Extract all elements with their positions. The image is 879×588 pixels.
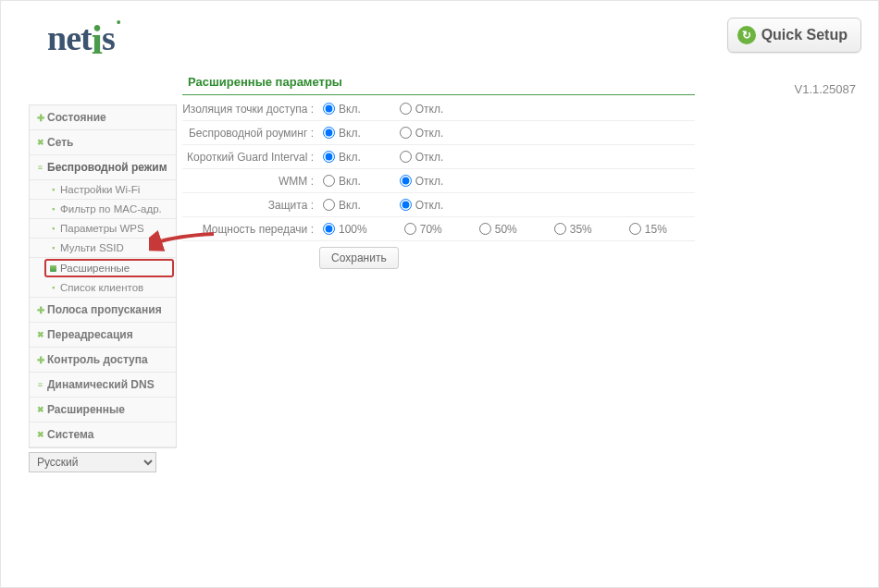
- wmm-on[interactable]: Вкл.: [323, 175, 361, 188]
- sdot-icon: ▪: [50, 187, 56, 193]
- ap-isolation-on[interactable]: Вкл.: [323, 103, 361, 116]
- sidebar-item-0[interactable]: ✚Состояние: [30, 105, 176, 130]
- sdot-icon: ▪: [50, 245, 56, 251]
- row-roaming: Беспроводной роуминг : Вкл. Откл.: [182, 121, 695, 145]
- tx-power-100[interactable]: 100%: [323, 223, 367, 236]
- label-short-gi: Короткий Guard Interval :: [182, 151, 319, 164]
- quick-setup-label: Quick Setup: [761, 27, 848, 43]
- tx-power-15[interactable]: 15%: [629, 223, 667, 236]
- row-wmm: WMM : Вкл. Откл.: [182, 169, 695, 193]
- protection-off[interactable]: Откл.: [400, 199, 444, 212]
- ap-isolation-off[interactable]: Откл.: [400, 103, 444, 116]
- sidebar-subitem-2-3[interactable]: ▪Мульти SSID: [30, 239, 176, 258]
- label-wmm: WMM :: [182, 175, 319, 188]
- save-button[interactable]: Сохранить: [319, 247, 399, 269]
- cross-icon: ✖: [37, 432, 43, 438]
- roaming-on[interactable]: Вкл.: [323, 127, 361, 140]
- content-panel: Расширенные параметры Изоляция точки дос…: [177, 66, 695, 269]
- quick-setup-button[interactable]: ↻ Quick Setup: [727, 18, 861, 53]
- label-tx-power: Мощность передачи :: [182, 223, 319, 236]
- plus-icon: ✚: [37, 357, 43, 363]
- eq-icon: ≡: [37, 382, 43, 388]
- refresh-icon: ↻: [737, 26, 756, 44]
- language-select[interactable]: Русский: [29, 452, 156, 472]
- sdot-icon: ▪: [50, 226, 56, 232]
- plus-icon: ✚: [37, 115, 43, 121]
- row-tx-power: Мощность передачи : 100%70%50%35%15%: [182, 217, 695, 241]
- sidebar-item-6[interactable]: ≡Динамический DNS: [30, 373, 176, 398]
- cross-icon: ✖: [37, 407, 43, 413]
- sidebar-subitem-2-5[interactable]: ▪Список клиентов: [30, 278, 176, 298]
- roaming-off[interactable]: Откл.: [400, 127, 444, 140]
- label-roaming: Беспроводной роуминг :: [182, 127, 319, 140]
- sidebar-item-7[interactable]: ✖Расширенные: [30, 398, 176, 423]
- cross-icon: ✖: [37, 332, 43, 338]
- sidebar-item-4[interactable]: ✖Переадресация: [30, 323, 176, 348]
- sidebar-item-1[interactable]: ✖Сеть: [30, 130, 176, 155]
- tx-power-70[interactable]: 70%: [404, 223, 442, 236]
- tx-power-35[interactable]: 35%: [554, 223, 592, 236]
- sidebar-item-8[interactable]: ✖Система: [30, 423, 176, 447]
- row-short-gi: Короткий Guard Interval : Вкл. Откл.: [182, 145, 695, 169]
- tx-power-50[interactable]: 50%: [479, 223, 517, 236]
- sidebar-nav: ✚Состояние✖Сеть≡Беспроводной режим▪Настр…: [29, 104, 177, 448]
- short-gi-off[interactable]: Откл.: [400, 151, 444, 164]
- sdot-icon: ▪: [50, 285, 56, 291]
- row-protection: Защита : Вкл. Откл.: [182, 193, 695, 217]
- row-ap-isolation: Изоляция точки доступа : Вкл. Откл.: [182, 97, 695, 121]
- short-gi-on[interactable]: Вкл.: [323, 151, 361, 164]
- sdot-icon: ▪: [50, 206, 56, 213]
- sidebar-subitem-2-4[interactable]: Расширенные: [44, 259, 174, 277]
- sidebar-item-2[interactable]: ≡Беспроводной режим: [30, 155, 176, 180]
- eq-icon: ≡: [37, 165, 43, 171]
- sq-icon: [50, 265, 56, 272]
- sidebar-subitem-2-0[interactable]: ▪Настройки Wi-Fi: [30, 180, 176, 200]
- sidebar-item-3[interactable]: ✚Полоса пропускания: [30, 298, 176, 323]
- firmware-version: V1.1.25087: [794, 82, 856, 96]
- cross-icon: ✖: [37, 140, 43, 146]
- wmm-off[interactable]: Откл.: [400, 175, 444, 188]
- plus-icon: ✚: [37, 307, 43, 313]
- sidebar-subitem-2-2[interactable]: ▪Параметры WPS: [30, 219, 176, 239]
- protection-on[interactable]: Вкл.: [323, 199, 361, 212]
- sidebar-item-5[interactable]: ✚Контроль доступа: [30, 348, 176, 373]
- panel-title: Расширенные параметры: [182, 66, 695, 95]
- label-ap-isolation: Изоляция точки доступа :: [182, 103, 319, 116]
- label-protection: Защита :: [182, 199, 319, 212]
- sidebar-subitem-2-1[interactable]: ▪Фильтр по MAC-адр.: [30, 200, 176, 219]
